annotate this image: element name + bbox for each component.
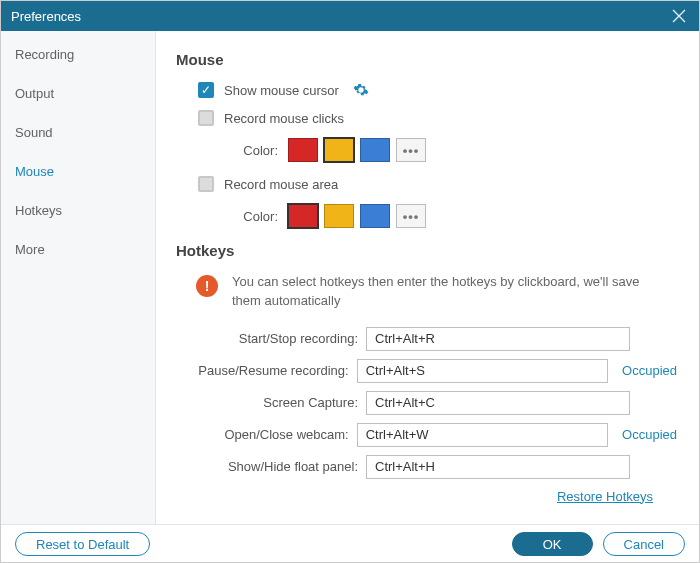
hotkey-label-start: Start/Stop recording: xyxy=(176,331,366,346)
record-area-label: Record mouse area xyxy=(224,177,338,192)
sidebar: Recording Output Sound Mouse Hotkeys Mor… xyxy=(1,31,156,524)
area-color-yellow[interactable] xyxy=(324,204,354,228)
hotkey-label-float: Show/Hide float panel: xyxy=(176,459,366,474)
sidebar-item-mouse[interactable]: Mouse xyxy=(1,152,155,191)
content-pane: Mouse ✓ Show mouse cursor Record mouse c… xyxy=(156,31,699,524)
clicks-color-more[interactable]: ••• xyxy=(396,138,426,162)
occupied-badge: Occupied xyxy=(622,363,677,378)
clicks-color-red[interactable] xyxy=(288,138,318,162)
hotkey-input-start[interactable] xyxy=(366,327,630,351)
area-color-label: Color: xyxy=(236,209,278,224)
reset-button[interactable]: Reset to Default xyxy=(15,532,150,556)
hotkey-input-pause[interactable] xyxy=(357,359,608,383)
sidebar-item-recording[interactable]: Recording xyxy=(1,35,155,74)
sidebar-item-sound[interactable]: Sound xyxy=(1,113,155,152)
warning-icon: ! xyxy=(196,275,218,297)
cancel-button[interactable]: Cancel xyxy=(603,532,685,556)
close-icon[interactable] xyxy=(669,6,689,26)
record-clicks-checkbox[interactable] xyxy=(198,110,214,126)
titlebar: Preferences xyxy=(1,1,699,31)
gear-icon[interactable] xyxy=(353,82,369,98)
show-cursor-checkbox[interactable]: ✓ xyxy=(198,82,214,98)
record-clicks-label: Record mouse clicks xyxy=(224,111,344,126)
clicks-color-blue[interactable] xyxy=(360,138,390,162)
sidebar-item-output[interactable]: Output xyxy=(1,74,155,113)
record-area-checkbox[interactable] xyxy=(198,176,214,192)
hotkey-input-webcam[interactable] xyxy=(357,423,608,447)
hotkeys-hint: You can select hotkeys then enter the ho… xyxy=(232,273,677,311)
hotkey-input-capture[interactable] xyxy=(366,391,630,415)
window-title: Preferences xyxy=(11,9,669,24)
show-cursor-label: Show mouse cursor xyxy=(224,83,339,98)
footer: Reset to Default OK Cancel xyxy=(1,524,699,563)
clicks-color-label: Color: xyxy=(236,143,278,158)
ok-button[interactable]: OK xyxy=(512,532,593,556)
hotkey-label-webcam: Open/Close webcam: xyxy=(176,427,357,442)
hotkey-label-pause: Pause/Resume recording: xyxy=(176,363,357,378)
mouse-heading: Mouse xyxy=(176,51,677,68)
occupied-badge: Occupied xyxy=(622,427,677,442)
area-color-blue[interactable] xyxy=(360,204,390,228)
hotkey-input-float[interactable] xyxy=(366,455,630,479)
area-color-red[interactable] xyxy=(288,204,318,228)
sidebar-item-hotkeys[interactable]: Hotkeys xyxy=(1,191,155,230)
clicks-color-yellow[interactable] xyxy=(324,138,354,162)
hotkey-label-capture: Screen Capture: xyxy=(176,395,366,410)
area-color-more[interactable]: ••• xyxy=(396,204,426,228)
sidebar-item-more[interactable]: More xyxy=(1,230,155,269)
hotkeys-heading: Hotkeys xyxy=(176,242,677,259)
restore-hotkeys-link[interactable]: Restore Hotkeys xyxy=(557,489,653,504)
